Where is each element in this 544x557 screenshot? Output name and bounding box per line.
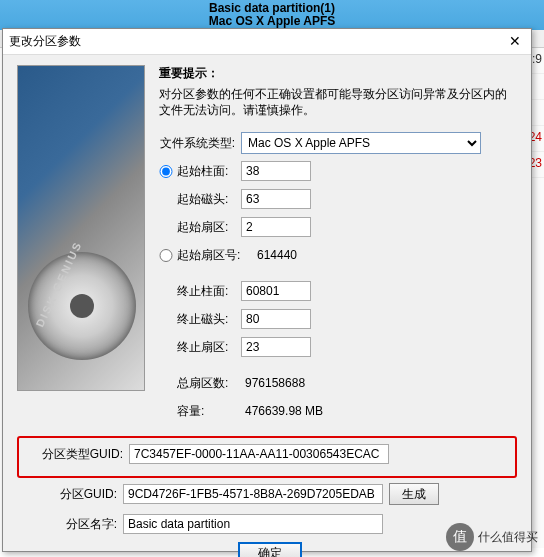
type-guid-label: 分区类型GUID: xyxy=(23,446,123,463)
end-sector-input[interactable] xyxy=(241,337,311,357)
type-guid-input[interactable] xyxy=(129,444,389,464)
start-cyl-label: 起始柱面: xyxy=(177,163,235,180)
dialog-title: 更改分区参数 xyxy=(9,33,505,50)
part-name-input[interactable] xyxy=(123,514,383,534)
end-sector-label: 终止扇区: xyxy=(177,339,235,356)
end-cyl-input[interactable] xyxy=(241,281,311,301)
start-sector-no-radio[interactable] xyxy=(159,249,173,262)
watermark: 值 什么值得买 xyxy=(446,523,538,551)
filesystem-select[interactable]: Mac OS X Apple APFS xyxy=(241,132,481,154)
start-sector-input[interactable] xyxy=(241,217,311,237)
sidebar-image: DISK GENIUS xyxy=(17,65,145,391)
end-head-label: 终止磁头: xyxy=(177,311,235,328)
close-icon[interactable]: ✕ xyxy=(505,32,525,52)
highlight-box: 分区类型GUID: xyxy=(17,436,517,478)
parent-window-title: Basic data partition(1) Mac OS X Apple A… xyxy=(0,0,544,30)
part-guid-label: 分区GUID: xyxy=(17,486,117,503)
dialog-titlebar[interactable]: 更改分区参数 ✕ xyxy=(3,29,531,55)
start-head-input[interactable] xyxy=(241,189,311,209)
start-head-label: 起始磁头: xyxy=(177,191,235,208)
filesystem-label: 文件系统类型: xyxy=(159,135,235,152)
start-sector-no-value: 614440 xyxy=(253,248,297,262)
start-sector-no-label: 起始扇区号: xyxy=(177,247,247,264)
hint-body: 对分区参数的任何不正确设置都可能导致分区访问异常及分区内的文件无法访问。请谨慎操… xyxy=(159,86,517,118)
part-guid-input[interactable] xyxy=(123,484,383,504)
generate-button[interactable]: 生成 xyxy=(389,483,439,505)
capacity-value: 476639.98 MB xyxy=(241,404,323,418)
hint-title: 重要提示： xyxy=(159,65,517,82)
edit-partition-dialog: 更改分区参数 ✕ DISK GENIUS 重要提示： 对分区参数的任何不正确设置… xyxy=(2,28,532,552)
ok-button[interactable]: 确定 xyxy=(238,542,302,557)
start-sector-label: 起始扇区: xyxy=(177,219,235,236)
start-chs-radio[interactable] xyxy=(159,165,173,178)
part-name-label: 分区名字: xyxy=(17,516,117,533)
end-head-input[interactable] xyxy=(241,309,311,329)
capacity-label: 容量: xyxy=(177,403,235,420)
total-sectors-value: 976158688 xyxy=(241,376,305,390)
watermark-icon: 值 xyxy=(446,523,474,551)
total-sectors-label: 总扇区数: xyxy=(177,375,235,392)
end-cyl-label: 终止柱面: xyxy=(177,283,235,300)
start-cyl-input[interactable] xyxy=(241,161,311,181)
watermark-text: 什么值得买 xyxy=(478,529,538,546)
